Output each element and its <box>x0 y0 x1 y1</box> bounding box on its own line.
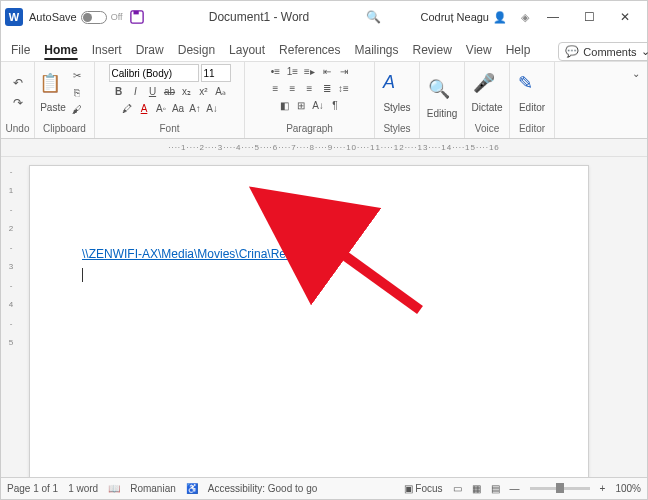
styles-label: Styles <box>379 121 415 136</box>
underline-button[interactable]: U <box>145 84 160 99</box>
horizontal-ruler[interactable]: ····1····2····3····4····5····6····7····8… <box>21 139 647 156</box>
font-size-select[interactable] <box>201 64 231 82</box>
autosave-label: AutoSave <box>29 11 77 23</box>
ribbon-collapse-icon[interactable]: ⌄ <box>628 66 643 81</box>
status-words[interactable]: 1 word <box>68 483 98 494</box>
comment-icon: 💬 <box>565 45 579 58</box>
styles-icon: A <box>383 72 411 100</box>
tab-help[interactable]: Help <box>506 39 531 61</box>
ribbon-tabs: File Home Insert Draw Design Layout Refe… <box>1 33 647 61</box>
tab-mailings[interactable]: Mailings <box>354 39 398 61</box>
dictate-button[interactable]: 🎤 Dictate <box>469 64 505 121</box>
superscript-button[interactable]: x² <box>196 84 211 99</box>
tab-layout[interactable]: Layout <box>229 39 265 61</box>
italic-button[interactable]: I <box>128 84 143 99</box>
shading-button[interactable]: ◧ <box>277 98 292 113</box>
copy-icon[interactable]: ⎘ <box>69 85 84 100</box>
multilevel-button[interactable]: ≡▸ <box>302 64 317 79</box>
view-web-icon[interactable]: ▤ <box>491 483 500 494</box>
tab-references[interactable]: References <box>279 39 340 61</box>
chevron-down-icon: ⌄ <box>641 45 648 58</box>
decrease-indent-button[interactable]: ⇤ <box>319 64 334 79</box>
voice-label: Voice <box>469 121 505 136</box>
undo-icon[interactable]: ↶ <box>9 74 27 92</box>
close-button[interactable]: ✕ <box>607 3 643 31</box>
tab-insert[interactable]: Insert <box>92 39 122 61</box>
tab-home[interactable]: Home <box>44 39 77 61</box>
status-page[interactable]: Page 1 of 1 <box>7 483 58 494</box>
user-name: Codruț Neagu <box>421 11 490 23</box>
user-avatar-icon: 👤 <box>493 11 507 24</box>
clipboard-label: Clipboard <box>39 121 90 136</box>
focus-button[interactable]: ▣ Focus <box>404 483 443 494</box>
zoom-out-button[interactable]: — <box>510 483 520 494</box>
align-left-button[interactable]: ≡ <box>268 81 283 96</box>
clear-format-button[interactable]: A◦ <box>154 101 169 116</box>
minimize-button[interactable]: — <box>535 3 571 31</box>
justify-button[interactable]: ≣ <box>319 81 334 96</box>
styles-button[interactable]: A Styles <box>379 64 415 121</box>
mic-icon: 🎤 <box>473 72 501 100</box>
line-spacing-button[interactable]: ↕≡ <box>336 81 351 96</box>
save-icon[interactable] <box>129 9 145 25</box>
zoom-level[interactable]: 100% <box>615 483 641 494</box>
redo-icon[interactable]: ↷ <box>9 94 27 112</box>
vertical-ruler[interactable]: -1-2-3-4-5 <box>1 157 21 477</box>
increase-indent-button[interactable]: ⇥ <box>336 64 351 79</box>
bullets-button[interactable]: •≡ <box>268 64 283 79</box>
numbering-button[interactable]: 1≡ <box>285 64 300 79</box>
font-name-select[interactable] <box>109 64 199 82</box>
tab-view[interactable]: View <box>466 39 492 61</box>
clipboard-icon: 📋 <box>39 72 67 100</box>
format-painter-icon[interactable]: 🖌 <box>69 102 84 117</box>
maximize-button[interactable]: ☐ <box>571 3 607 31</box>
status-language[interactable]: Romanian <box>130 483 176 494</box>
status-accessibility[interactable]: Accessibility: Good to go <box>208 483 318 494</box>
tab-file[interactable]: File <box>11 39 30 61</box>
grow-font-button[interactable]: A↑ <box>188 101 203 116</box>
autosave-toggle[interactable]: AutoSave Off <box>29 11 123 24</box>
document-page[interactable]: \\ZENWIFI-AX\Media\Movies\Crina\Recordin… <box>29 165 589 477</box>
focus-icon: ▣ <box>404 483 413 494</box>
align-right-button[interactable]: ≡ <box>302 81 317 96</box>
align-center-button[interactable]: ≡ <box>285 81 300 96</box>
tab-design[interactable]: Design <box>178 39 215 61</box>
zoom-slider[interactable] <box>530 487 590 490</box>
premium-icon[interactable]: ◈ <box>521 11 529 24</box>
editing-button[interactable]: 🔍 Editing <box>424 64 460 132</box>
bold-button[interactable]: B <box>111 84 126 99</box>
editor-label: Editor <box>514 121 550 136</box>
sort-button[interactable]: A↓ <box>311 98 326 113</box>
autosave-switch[interactable] <box>81 11 107 24</box>
editor-button[interactable]: ✎ Editor <box>514 64 550 121</box>
text-effects-button[interactable]: Aₐ <box>213 84 228 99</box>
undo-label: Undo <box>5 121 30 136</box>
document-title: Document1 - Word <box>153 10 366 24</box>
tab-draw[interactable]: Draw <box>136 39 164 61</box>
show-marks-button[interactable]: ¶ <box>328 98 343 113</box>
word-app-icon: W <box>5 8 23 26</box>
font-color-button[interactable]: A <box>137 101 152 116</box>
strike-button[interactable]: ab <box>162 84 177 99</box>
hyperlink-text[interactable]: \\ZENWIFI-AX\Media\Movies\Crina\Recordin… <box>82 247 331 261</box>
workspace: -1-2-3-4-5 \\ZENWIFI-AX\Media\Movies\Cri… <box>1 157 647 477</box>
view-read-icon[interactable]: ▭ <box>453 483 462 494</box>
subscript-button[interactable]: x₂ <box>179 84 194 99</box>
view-print-icon[interactable]: ▦ <box>472 483 481 494</box>
change-case-button[interactable]: Aa <box>171 101 186 116</box>
borders-button[interactable]: ⊞ <box>294 98 309 113</box>
tab-review[interactable]: Review <box>413 39 452 61</box>
zoom-in-button[interactable]: + <box>600 483 606 494</box>
editor-icon: ✎ <box>518 72 546 100</box>
shrink-font-button[interactable]: A↓ <box>205 101 220 116</box>
highlight-button[interactable]: 🖍 <box>120 101 135 116</box>
user-name-area[interactable]: Codruț Neagu 👤 <box>421 11 508 24</box>
autosave-state: Off <box>111 12 123 22</box>
search-icon[interactable]: 🔍 <box>366 10 381 24</box>
text-cursor <box>82 268 536 282</box>
paste-button[interactable]: 📋 Paste <box>39 72 67 113</box>
cut-icon[interactable]: ✂ <box>69 68 84 83</box>
comments-button[interactable]: 💬 Comments ⌄ <box>558 42 648 61</box>
page-scroll-area[interactable]: \\ZENWIFI-AX\Media\Movies\Crina\Recordin… <box>21 157 647 477</box>
spellcheck-icon[interactable]: 📖 <box>108 483 120 494</box>
